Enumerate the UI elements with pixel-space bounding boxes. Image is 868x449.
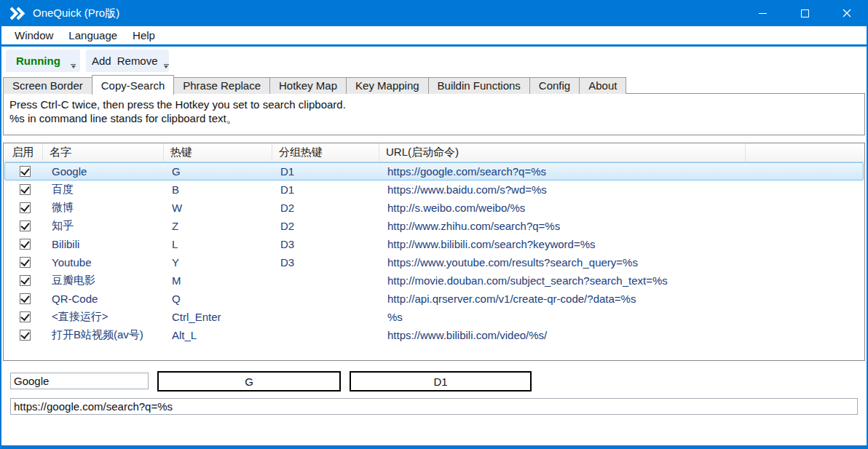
table-row[interactable]: 豆瓣电影Mhttp://movie.douban.com/subject_sea… <box>4 271 864 290</box>
enable-checkbox[interactable] <box>5 220 44 231</box>
checkbox-icon <box>20 311 31 322</box>
cell-group: D2 <box>274 202 381 214</box>
tab-hotkey-map[interactable]: Hotkey Map <box>269 77 347 94</box>
cell-name: 百度 <box>44 183 165 196</box>
column-header-filler <box>746 143 864 162</box>
checkbox-icon <box>20 239 31 250</box>
name-input[interactable] <box>10 373 149 389</box>
add-button[interactable]: Add <box>92 55 111 67</box>
toolbar: Running Add Remove <box>1 47 867 74</box>
cell-name: 打开B站视频(av号) <box>44 328 165 342</box>
tab-copy-search[interactable]: Copy-Search <box>92 75 175 95</box>
menu-item-window[interactable]: Window <box>7 29 60 41</box>
cell-name: Youtube <box>44 256 165 269</box>
cell-group: D3 <box>274 238 381 250</box>
tab-bar: Screen BorderCopy-SearchPhrase ReplaceHo… <box>3 74 626 94</box>
table-header: 启用 名字 热键 分组热键 URL(启动命令) <box>4 143 864 162</box>
table-row[interactable]: YoutubeYD3https://www.youtube.com/result… <box>4 253 864 271</box>
cell-name: 知乎 <box>44 219 165 233</box>
enable-checkbox[interactable] <box>5 330 44 341</box>
enable-checkbox[interactable] <box>5 257 44 268</box>
table-row[interactable]: 打开B站视频(av号)Alt_Lhttps://www.bilibili.com… <box>4 326 864 344</box>
cell-url: http://api.qrserver.com/v1/create-qr-cod… <box>381 293 747 305</box>
running-label: Running <box>16 55 60 67</box>
group-hotkey-button[interactable]: D1 <box>350 371 532 392</box>
table-row[interactable]: <直接运行>Ctrl_Enter%s <box>4 308 864 326</box>
table-body: GoogleGD1https://google.com/search?q=%s百… <box>4 162 864 344</box>
cell-group: D1 <box>274 165 381 178</box>
cell-hotkey: Z <box>165 220 274 232</box>
cell-hotkey: G <box>165 165 274 178</box>
cell-url: http://www.zhihu.com/search?q=%s <box>381 220 747 232</box>
close-button[interactable] <box>826 0 868 26</box>
cell-hotkey: W <box>165 202 274 214</box>
description-panel: Press Ctrl-C twice, then press the Hotke… <box>3 93 865 135</box>
menu-bar: Window Language Help <box>1 26 867 44</box>
cell-url: %s <box>381 311 747 323</box>
cell-name: 微博 <box>44 201 165 215</box>
table-row[interactable]: 微博WD2http://s.weibo.com/weibo/%s <box>4 199 864 217</box>
enable-checkbox[interactable] <box>5 275 44 286</box>
tab-phrase-replace[interactable]: Phrase Replace <box>173 77 270 94</box>
description-line-1: Press Ctrl-C twice, then press the Hotke… <box>9 98 859 111</box>
column-header-enable[interactable]: 启用 <box>4 143 43 162</box>
cell-hotkey: Q <box>165 293 274 305</box>
maximize-button[interactable] <box>784 0 826 26</box>
enable-checkbox[interactable] <box>5 166 44 177</box>
cell-url: https://google.com/search?q=%s <box>381 165 747 178</box>
cell-hotkey: Alt_L <box>165 329 274 341</box>
checkbox-icon <box>20 257 31 268</box>
tab-screen-border[interactable]: Screen Border <box>3 77 92 94</box>
enable-checkbox[interactable] <box>5 202 44 213</box>
tab-config[interactable]: Config <box>529 77 580 94</box>
title-bar: OneQuick (Pro版) <box>0 0 868 26</box>
checkbox-icon <box>20 184 31 195</box>
tab-buildin-functions[interactable]: Buildin Functions <box>428 77 530 94</box>
table-row[interactable]: QR-CodeQhttp://api.qrserver.com/v1/creat… <box>4 290 864 308</box>
table-row[interactable]: BilibiliLD3http://www.bilibili.com/searc… <box>4 235 864 253</box>
checkbox-icon <box>20 330 31 341</box>
tab-key-mapping[interactable]: Key Mapping <box>346 77 429 94</box>
tab-about[interactable]: About <box>579 77 626 94</box>
hotkey-button[interactable]: G <box>157 371 341 392</box>
cell-name: QR-Code <box>44 293 165 305</box>
url-input[interactable] <box>10 398 858 415</box>
enable-checkbox[interactable] <box>5 293 44 304</box>
remove-button[interactable]: Remove <box>117 55 158 67</box>
dropdown-arrow-icon[interactable] <box>164 64 169 68</box>
dropdown-arrow-icon[interactable] <box>71 64 76 68</box>
cell-hotkey: Y <box>165 256 274 269</box>
cell-name: Google <box>44 165 165 178</box>
column-header-group[interactable]: 分组热键 <box>272 143 379 162</box>
enable-checkbox[interactable] <box>5 311 44 322</box>
close-icon <box>842 8 852 18</box>
maximize-icon <box>801 9 809 17</box>
cell-hotkey: L <box>165 238 274 250</box>
description-line-2: %s in command line stands for clipboard … <box>9 111 859 125</box>
table-row[interactable]: GoogleGD1https://google.com/search?q=%s <box>4 162 864 180</box>
column-header-url[interactable]: URL(启动命令) <box>379 143 746 162</box>
checkbox-icon <box>20 220 31 231</box>
menu-item-help[interactable]: Help <box>125 29 162 41</box>
enable-checkbox[interactable] <box>5 184 44 195</box>
checkbox-icon <box>20 275 31 286</box>
menu-item-language[interactable]: Language <box>61 29 125 41</box>
column-header-name[interactable]: 名字 <box>43 143 164 162</box>
cell-url: http://s.weibo.com/weibo/%s <box>381 202 747 214</box>
cell-hotkey: M <box>165 274 274 287</box>
add-remove-button: Add Remove <box>86 49 169 72</box>
window-controls <box>741 0 868 26</box>
hotkey-table: 启用 名字 热键 分组热键 URL(启动命令) GoogleGD1https:/… <box>3 143 865 361</box>
table-row[interactable]: 知乎ZD2http://www.zhihu.com/search?q=%s <box>4 217 864 235</box>
table-row[interactable]: 百度BD1https://www.baidu.com/s?wd=%s <box>4 180 864 199</box>
cell-url: https://www.bilibili.com/video/%s/ <box>381 329 747 341</box>
app-logo-double-chevron-icon <box>9 7 26 20</box>
minimize-icon <box>759 13 767 14</box>
column-header-hotkey[interactable]: 热键 <box>164 143 272 162</box>
cell-url: https://www.youtube.com/results?search_q… <box>381 256 747 269</box>
running-button[interactable]: Running <box>6 49 80 72</box>
minimize-button[interactable] <box>741 0 784 26</box>
checkbox-icon <box>20 202 31 213</box>
checkbox-icon <box>20 166 31 177</box>
enable-checkbox[interactable] <box>5 239 44 250</box>
